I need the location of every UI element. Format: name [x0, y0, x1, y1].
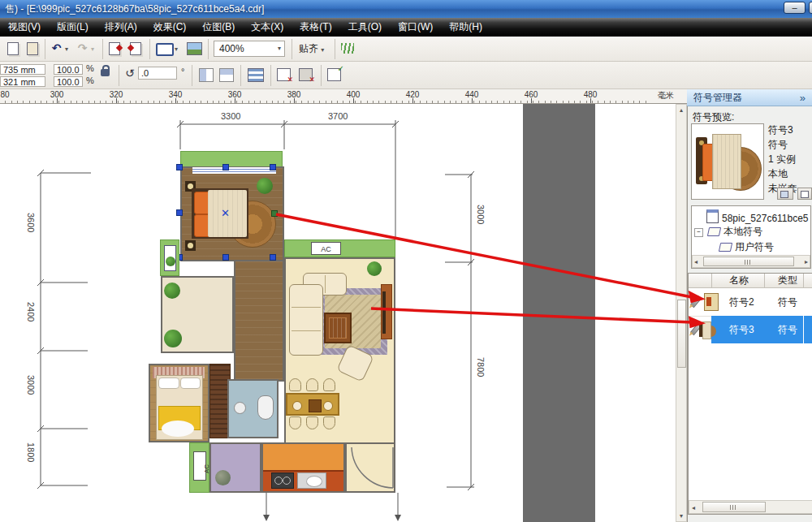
copy-icon[interactable] [7, 42, 19, 55]
scale-y-field[interactable] [54, 76, 83, 87]
dim-label-right-1: 3000 [476, 205, 486, 224]
bathroom [227, 379, 279, 438]
balcony-top [180, 151, 283, 167]
symbol-tree: 58pic_527c611bce5 − 本地符号 用户符号 ◂ ▸ [691, 205, 811, 269]
symbol-name: 符号3 [729, 323, 754, 337]
scroll-right-icon[interactable]: ▸ [805, 258, 808, 265]
tree-hscroll-thumb[interactable] [703, 257, 794, 266]
object-y-field[interactable] [0, 76, 45, 87]
menu-layout[interactable]: 版面(L) [54, 19, 92, 36]
text-wrap-icon[interactable] [248, 68, 264, 82]
export-symbol-button[interactable] [777, 188, 793, 200]
edit-symbol-button[interactable] [797, 188, 812, 200]
application-launcher-icon[interactable] [156, 43, 174, 56]
remove-outline-icon[interactable]: ✕ [299, 68, 313, 81]
folder-icon [719, 243, 732, 252]
canvas-vscrollbar[interactable]: ▴ ▾ [676, 104, 687, 522]
menu-view[interactable]: 视图(V) [5, 19, 44, 36]
bed2-sheet [162, 421, 194, 437]
menu-arrange[interactable]: 排列(A) [102, 19, 140, 36]
menu-bitmaps[interactable]: 位图(B) [199, 19, 238, 36]
dim-label-left-4: 1800 [26, 442, 36, 462]
object-x-field[interactable] [0, 64, 45, 75]
menu-tools[interactable]: 工具(O) [345, 19, 385, 36]
symbol-preview-box [691, 123, 764, 200]
scroll-left-icon[interactable]: ◂ [694, 258, 698, 265]
menu-table[interactable]: 表格(T) [296, 19, 335, 36]
export-icon[interactable] [130, 42, 141, 55]
tree-item-user-symbols[interactable]: 用户符号 [719, 240, 774, 254]
tree-hscrollbar[interactable]: ◂ ▸ [692, 255, 810, 268]
menu-window[interactable]: 窗口(W) [395, 19, 436, 36]
launcher-dropdown-icon[interactable]: ▾ [175, 45, 178, 53]
lock-ratio-icon[interactable] [101, 69, 110, 76]
fullscreen-preview-icon[interactable] [187, 42, 202, 55]
zoom-dropdown-icon[interactable]: ▾ [278, 41, 281, 56]
mirror-vertical-icon[interactable] [219, 68, 234, 82]
minimize-icon: – [792, 2, 797, 12]
symbol-list: 名称 类型 符号2 符号 符号3 符号 [688, 273, 812, 515]
list-hscroll-thumb[interactable] [702, 502, 766, 512]
remove-fill-icon[interactable]: ✕ [277, 68, 291, 81]
symbol-name: 符号2 [729, 296, 754, 309]
scroll-up-icon[interactable]: ▴ [676, 106, 686, 114]
ruler-unit-label: 毫米 [658, 90, 674, 101]
dining-chair [289, 378, 301, 391]
dining-chair [306, 378, 318, 391]
selection-handle[interactable] [176, 164, 183, 170]
degree-label: ° [181, 67, 184, 76]
col-header-name[interactable]: 名称 [729, 274, 749, 287]
selection-handle[interactable] [270, 254, 276, 261]
bed-symbol-instance[interactable]: ✕ [180, 166, 284, 261]
apply-symbol-icon[interactable]: ✓ [327, 68, 341, 81]
entry [345, 442, 395, 493]
info-symbol-type: 符号 [768, 138, 788, 152]
list-hscrollbar[interactable]: ◂ [689, 500, 812, 514]
menu-text[interactable]: 文本(X) [248, 19, 287, 36]
selection-handle[interactable] [176, 209, 183, 216]
tree-expander-icon[interactable]: − [694, 228, 703, 237]
import-icon[interactable] [109, 42, 120, 55]
dining-table [286, 393, 339, 416]
undo-icon[interactable]: ↶ [50, 41, 63, 55]
paste-icon[interactable] [27, 42, 38, 55]
snap-dropdown-icon: ▾ [321, 46, 324, 54]
tree-item-local-symbols[interactable]: − 本地符号 [694, 225, 762, 239]
scale-x-field[interactable] [54, 64, 83, 75]
tree-item-document[interactable]: 58pic_527c611bce5 [706, 209, 809, 224]
selection-handle[interactable] [222, 164, 229, 170]
symbol-row-1[interactable]: 符号2 符号 [689, 288, 812, 317]
options-icon[interactable] [341, 43, 354, 54]
maximize-button[interactable] [809, 2, 812, 14]
scroll-down-icon[interactable]: ▾ [676, 512, 686, 520]
undo-dropdown-icon[interactable]: ▾ [65, 45, 68, 53]
study-room [161, 276, 234, 353]
docker-title-bar[interactable]: 符号管理器 » [687, 89, 812, 106]
mirror-horizontal-icon[interactable] [199, 68, 214, 82]
col-header-type[interactable]: 类型 [778, 274, 797, 287]
edit-pencil-icon[interactable] [690, 296, 702, 308]
ruler-label: 80 [0, 90, 9, 99]
selection-handle[interactable] [270, 164, 276, 170]
menu-effects[interactable]: 效果(C) [150, 19, 190, 36]
symbol-row-2-selected[interactable]: 符号3 符号 [689, 316, 812, 343]
nightstand [185, 240, 196, 251]
menu-help[interactable]: 帮助(H) [446, 19, 486, 36]
utility-room [209, 442, 261, 493]
app-window: 售) - [E:\999pic_527c6128b67ba\58pic_527c… [0, 0, 812, 522]
snap-menu[interactable]: 贴齐 ▾ [299, 42, 324, 56]
symbol-type: 符号 [778, 323, 797, 337]
folder-icon [707, 227, 721, 236]
dining-chair [289, 416, 301, 429]
minimize-button[interactable]: – [784, 2, 806, 14]
vscroll-thumb[interactable] [677, 300, 686, 368]
rotation-field[interactable] [138, 67, 177, 80]
bedroom-2 [149, 364, 209, 442]
selection-handle-green[interactable] [271, 210, 278, 217]
selection-handle[interactable] [222, 254, 229, 261]
docker-collapse-icon[interactable]: » [800, 89, 806, 106]
menu-bar: 视图(V) 版面(L) 排列(A) 效果(C) 位图(B) 文本(X) 表格(T… [0, 18, 812, 37]
horizontal-ruler[interactable]: 80 300 320 340 360 380 400 420 440 460 4… [0, 89, 687, 104]
scroll-left-icon[interactable]: ◂ [692, 504, 695, 511]
zoom-level-combo[interactable]: 400% ▾ [214, 41, 285, 57]
